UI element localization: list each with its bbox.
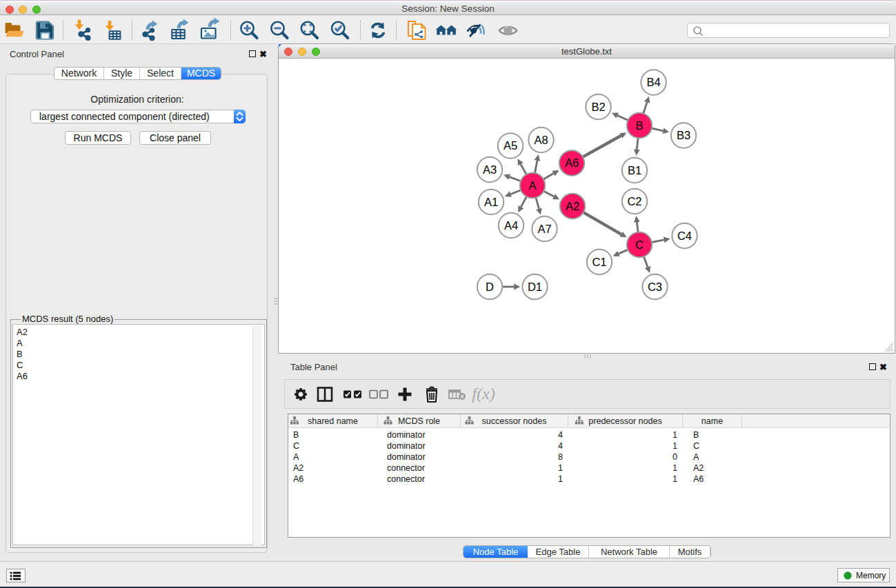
svg-text:C1: C1 [592,256,606,268]
svg-text:f(x): f(x) [472,385,495,403]
svg-text:A7: A7 [537,223,551,235]
svg-text:C4: C4 [677,230,692,242]
svg-text:D: D [486,281,494,293]
svg-text:C2: C2 [627,195,641,207]
svg-text:A8: A8 [534,134,548,146]
svg-text:C: C [635,239,644,251]
svg-text:B4: B4 [646,76,660,88]
svg-text:A6: A6 [565,156,579,169]
svg-text:A4: A4 [504,219,518,232]
svg-text:D1: D1 [528,281,542,293]
svg-text:A2: A2 [566,200,579,212]
svg-text:A5: A5 [504,139,517,152]
svg-text:C3: C3 [648,281,662,293]
svg-text:B3: B3 [677,129,690,141]
svg-text:B1: B1 [628,164,641,176]
svg-text:B2: B2 [591,101,605,113]
svg-text:A1: A1 [484,196,498,208]
svg-text:A: A [528,179,536,192]
svg-text:A3: A3 [483,163,497,176]
svg-text:B: B [635,119,643,132]
